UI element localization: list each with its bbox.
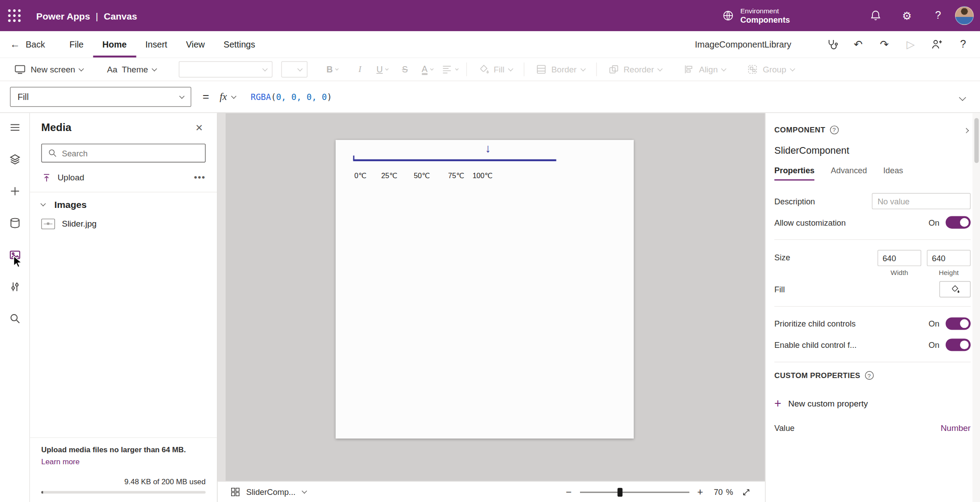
share-button[interactable] — [928, 35, 946, 54]
panel-tabs: Properties Advanced Ideas — [774, 166, 971, 181]
menu-home[interactable]: Home — [93, 31, 136, 57]
media-item[interactable]: Slider.jpg — [35, 215, 212, 232]
upload-button[interactable]: Upload — [41, 172, 84, 183]
play-button[interactable]: ▷ — [901, 35, 920, 54]
fit-to-window-button[interactable] — [741, 487, 752, 497]
settings-button[interactable]: ⚙ — [891, 0, 922, 31]
italic-icon: I — [358, 64, 361, 75]
reorder-button[interactable]: Reorder — [602, 60, 668, 79]
media-search-input[interactable] — [62, 148, 199, 158]
italic-button[interactable]: I — [348, 60, 371, 79]
menu-settings[interactable]: Settings — [214, 31, 264, 57]
rail-tree-view-button[interactable] — [7, 152, 22, 167]
zoom-slider-thumb[interactable] — [617, 488, 622, 497]
underline-button[interactable]: U — [371, 60, 394, 79]
panel-scrollbar[interactable] — [972, 113, 980, 502]
menu-view[interactable]: View — [176, 31, 214, 57]
zoom-slider[interactable] — [580, 491, 689, 493]
strikethrough-icon: S — [402, 64, 408, 75]
slider-handle-arrow[interactable]: ↓ — [485, 142, 491, 155]
property-select[interactable]: Fill — [10, 87, 192, 107]
description-input[interactable] — [872, 193, 971, 210]
sliders-icon — [8, 280, 21, 293]
rail-advanced-tools-button[interactable] — [7, 279, 22, 295]
bold-button[interactable]: B — [321, 60, 344, 79]
panel-divider — [774, 362, 971, 362]
app-checker-button[interactable] — [823, 35, 841, 54]
new-screen-label: New screen — [31, 65, 75, 74]
width-input[interactable] — [877, 250, 921, 267]
value-type-link[interactable]: Number — [940, 423, 971, 433]
new-screen-button[interactable]: New screen — [8, 60, 90, 79]
fx-button[interactable]: fx — [220, 91, 236, 102]
border-button[interactable]: Border — [529, 60, 591, 79]
formula-bar-expand-button[interactable] — [956, 88, 969, 106]
font-size-select[interactable] — [281, 61, 308, 78]
chevron-down-icon — [959, 94, 966, 101]
database-icon — [8, 217, 21, 229]
help-menu-button[interactable]: ? — [954, 35, 972, 54]
prioritize-toggle[interactable] — [946, 317, 971, 330]
allow-customization-toggle[interactable] — [946, 216, 971, 229]
collapse-panel-button[interactable] — [962, 123, 971, 137]
zoom-in-button[interactable]: + — [697, 487, 703, 497]
slider-tick-label: 75℃ — [448, 171, 464, 180]
rail-media-button[interactable] — [7, 247, 22, 263]
environment-label: Environment — [740, 7, 790, 15]
border-icon — [536, 64, 547, 75]
height-input[interactable] — [927, 250, 970, 267]
rail-insert-button[interactable] — [7, 183, 22, 199]
notifications-button[interactable] — [860, 0, 891, 31]
panel-scrollbar-thumb[interactable] — [974, 118, 979, 163]
menu-insert[interactable]: Insert — [136, 31, 176, 57]
current-screen-selector[interactable]: SliderComp... — [246, 487, 296, 497]
canvas-scrollbar[interactable] — [217, 113, 225, 481]
close-panel-button[interactable]: ✕ — [193, 121, 206, 135]
slider-track[interactable] — [353, 159, 556, 161]
tab-properties[interactable]: Properties — [774, 166, 814, 181]
tab-ideas[interactable]: Ideas — [883, 166, 903, 181]
enable-child-toggle[interactable] — [946, 339, 971, 351]
formula-input[interactable]: RGBA(0, 0, 0, 0) — [251, 92, 332, 102]
theme-label: Theme — [122, 65, 148, 74]
toolbar-divider — [524, 63, 524, 76]
learn-more-link[interactable]: Learn more — [41, 457, 80, 466]
redo-button[interactable]: ↷ — [875, 35, 894, 54]
chevron-down-icon — [508, 66, 513, 71]
new-custom-property-button[interactable]: + New custom property — [774, 398, 971, 409]
rail-collapse-button[interactable] — [7, 120, 22, 135]
zoom-out-button[interactable]: − — [566, 487, 572, 497]
fx-icon: fx — [220, 91, 227, 102]
align-objects-button[interactable]: Align — [677, 60, 732, 79]
formula-paren: ) — [327, 92, 332, 102]
font-color-icon: A — [422, 64, 428, 75]
more-options-button[interactable]: ••• — [194, 175, 205, 180]
undo-button[interactable]: ↶ — [849, 35, 868, 54]
help-button[interactable]: ? — [923, 0, 954, 31]
canvas-area[interactable]: ↓ 0℃ 25℃ 50℃ 75℃ 100℃ SliderComp... − — [217, 113, 765, 502]
tab-advanced[interactable]: Advanced — [831, 166, 867, 181]
menu-file[interactable]: File — [60, 31, 93, 57]
chevron-down-icon — [790, 66, 795, 71]
fill-picker-button[interactable] — [940, 281, 971, 298]
text-align-button[interactable] — [439, 60, 461, 79]
font-color-button[interactable]: A — [416, 60, 439, 79]
environment-picker[interactable]: Environment Components — [722, 7, 790, 24]
theme-button[interactable]: Aa Theme — [101, 60, 163, 79]
waffle-icon — [8, 9, 20, 22]
app-launcher-button[interactable] — [0, 0, 29, 31]
help-circle-icon[interactable]: ? — [830, 125, 839, 134]
rail-search-button[interactable] — [7, 311, 22, 326]
fill-tool-button[interactable]: Fill — [472, 60, 519, 79]
rail-data-button[interactable] — [7, 215, 22, 231]
chevron-down-icon — [297, 66, 303, 71]
help-circle-icon[interactable]: ? — [865, 371, 874, 380]
avatar[interactable] — [955, 6, 974, 25]
font-family-select[interactable] — [179, 61, 272, 78]
left-rail — [0, 113, 30, 502]
images-section-header[interactable]: Images — [41, 199, 206, 210]
group-button[interactable]: Group — [741, 60, 800, 79]
back-button[interactable]: ← Back — [10, 31, 45, 57]
strikethrough-button[interactable]: S — [394, 60, 416, 79]
text-align-icon — [441, 64, 452, 75]
